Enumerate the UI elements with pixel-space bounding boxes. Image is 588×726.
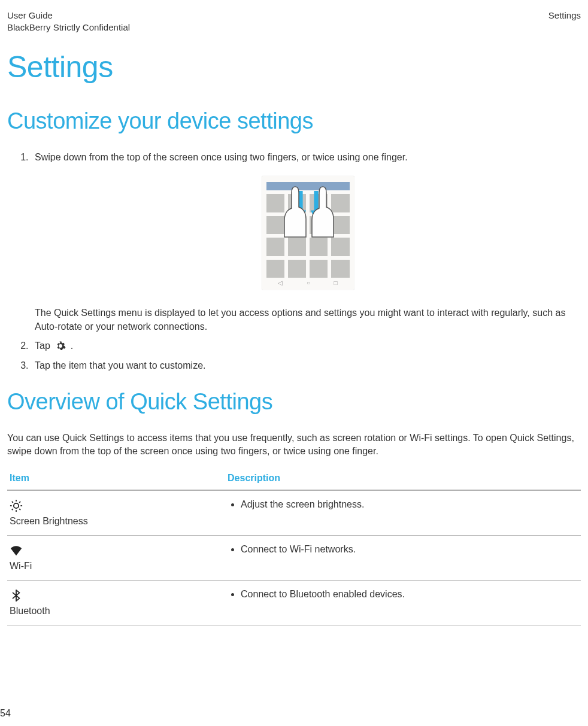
table-header-description: Description [225, 468, 581, 490]
item-desc-brightness: Adjust the screen brightness. [241, 499, 578, 510]
section-customize-title: Customize your device settings [7, 108, 581, 134]
quick-settings-table: Item Description [7, 468, 581, 625]
bluetooth-icon [10, 589, 23, 602]
step-1-text: Swipe down from the top of the screen on… [35, 152, 408, 162]
header-left-block: User Guide BlackBerry Strictly Confident… [7, 10, 130, 33]
table-row: Wi-Fi Connect to Wi-Fi networks. [7, 535, 581, 580]
svg-line-11 [12, 509, 13, 510]
svg-line-9 [12, 502, 13, 503]
brightness-icon [10, 499, 23, 512]
hand-right-icon [308, 184, 337, 238]
page-number: 54 [0, 708, 11, 719]
illustration-cell [288, 238, 306, 256]
step-2: Tap . [31, 339, 581, 353]
item-label-brightness: Screen Brightness [10, 516, 223, 527]
illustration-cell [331, 238, 349, 256]
steps-list: Swipe down from the top of the screen on… [7, 151, 581, 372]
item-desc-bluetooth: Connect to Bluetooth enabled devices. [241, 589, 578, 600]
swipe-illustration-wrap: ◁ ○ □ [35, 176, 581, 290]
nav-home-icon: ○ [307, 279, 310, 287]
step-1-post-text: The Quick Settings menu is displayed to … [35, 306, 581, 333]
nav-back-icon: ◁ [278, 279, 283, 287]
svg-point-4 [14, 503, 19, 508]
document-header: User Guide BlackBerry Strictly Confident… [7, 10, 581, 33]
item-label-bluetooth: Bluetooth [10, 606, 223, 616]
wifi-icon [10, 544, 23, 557]
header-confidential: BlackBerry Strictly Confidential [7, 22, 130, 34]
overview-intro: You can use Quick Settings to access ite… [7, 432, 581, 458]
gear-icon [55, 341, 66, 351]
step-3: Tap the item that you want to customize. [31, 359, 581, 372]
section-overview-title: Overview of Quick Settings [7, 389, 581, 415]
svg-line-10 [19, 509, 20, 510]
illustration-cell [288, 260, 306, 278]
illustration-cell [310, 260, 328, 278]
table-header-item: Item [7, 468, 225, 490]
step-2-suffix: . [71, 339, 73, 353]
item-label-wifi: Wi-Fi [10, 561, 223, 572]
swipe-illustration: ◁ ○ □ [262, 176, 354, 290]
illustration-cell [331, 260, 349, 278]
item-desc-wifi: Connect to Wi-Fi networks. [241, 544, 578, 555]
header-section-label: Settings [548, 10, 581, 33]
table-row: Bluetooth Connect to Bluetooth enabled d… [7, 580, 581, 625]
svg-line-12 [19, 502, 20, 503]
page-title: Settings [7, 50, 581, 84]
nav-recent-icon: □ [334, 279, 338, 287]
hand-left-icon [281, 184, 310, 238]
step-2-prefix: Tap [35, 339, 50, 353]
step-1: Swipe down from the top of the screen on… [31, 151, 581, 333]
table-row: Screen Brightness Adjust the screen brig… [7, 490, 581, 536]
illustration-cell [266, 260, 284, 278]
header-guide-title: User Guide [7, 10, 130, 22]
illustration-cell [310, 238, 328, 256]
illustration-cell [266, 238, 284, 256]
illustration-navbar: ◁ ○ □ [266, 279, 350, 287]
